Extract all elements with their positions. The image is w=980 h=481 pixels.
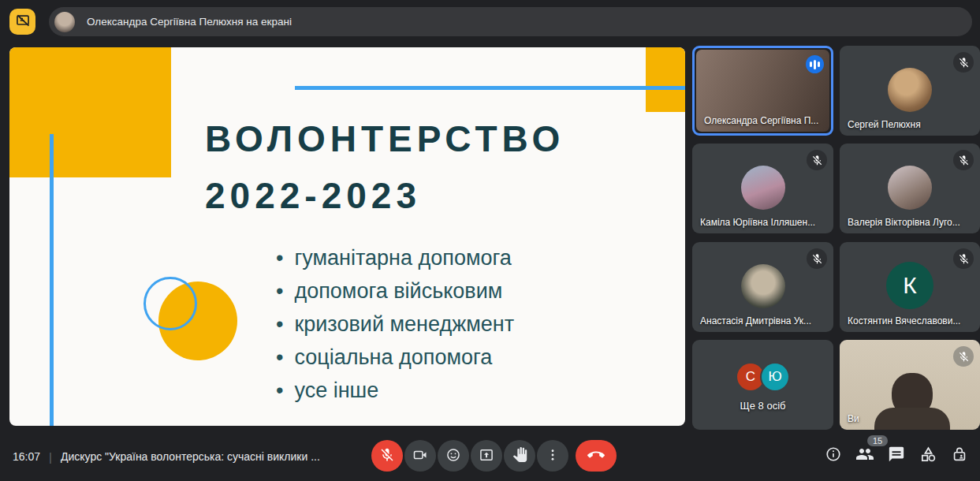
lock-person-icon — [951, 446, 968, 466]
chat-icon — [888, 446, 905, 466]
slide-decor-blue-hline — [295, 86, 685, 90]
overflow-count-label: Ще 8 осіб — [692, 400, 833, 412]
camera-icon — [412, 447, 428, 465]
participant-name: Каміла Юріївна Ілляшен... — [700, 217, 815, 228]
host-controls-button[interactable] — [950, 446, 969, 465]
activities-button[interactable] — [919, 446, 937, 465]
end-call-button[interactable] — [576, 440, 617, 472]
slide-decor-yellow-rect — [9, 47, 171, 177]
mic-off-icon — [379, 447, 395, 465]
mic-off-icon — [953, 248, 974, 269]
meeting-panels — [824, 446, 969, 465]
meeting-title: Дискурс "Україна волонтерська: сучасні в… — [61, 450, 320, 463]
clock-time: 16:07 — [13, 450, 40, 463]
mic-off-icon — [953, 346, 974, 367]
overflow-avatars: С Ю — [692, 364, 833, 390]
presenting-banner-text: Олександра Сергіївна Пелюхня на екрані — [87, 16, 292, 28]
raise-hand-icon — [512, 447, 527, 464]
participant-tile-speaking[interactable]: Олександра Сергіївна П... — [692, 46, 833, 136]
slide-bullet: кризовий менеджмент — [276, 308, 514, 341]
smiley-icon — [445, 447, 461, 465]
presentation-off-icon — [15, 13, 31, 32]
participant-name: Ви — [848, 413, 859, 424]
participant-avatar — [888, 166, 932, 210]
show-participants-button[interactable] — [855, 446, 874, 465]
more-options-button[interactable] — [537, 440, 568, 472]
mic-off-icon — [953, 52, 974, 73]
slide-bullet: усе інше — [276, 374, 514, 407]
participant-avatar — [741, 166, 785, 210]
reactions-button[interactable] — [438, 440, 469, 472]
participant-video: Олександра Сергіївна П... — [696, 50, 829, 132]
call-end-icon — [587, 446, 605, 466]
participant-name: Сергей Пелюхня — [848, 119, 921, 130]
people-icon — [855, 445, 874, 467]
camera-toggle-button[interactable] — [404, 440, 436, 472]
participant-name: Анастасія Дмитрівна Ук... — [700, 315, 811, 326]
overflow-initial-avatar: С — [737, 364, 764, 390]
slide-bullet-list: гуманітарна допомога допомога військовим… — [276, 241, 514, 407]
slide-decor-blue-vline — [50, 134, 54, 426]
slide-title-line2: 2022-2023 — [205, 167, 565, 224]
participant-avatar — [741, 264, 785, 308]
present-screen-button[interactable] — [471, 440, 502, 472]
more-vert-icon — [546, 448, 560, 464]
participant-tile[interactable]: Анастасія Дмитрівна Ук... — [692, 242, 833, 332]
meeting-details-button[interactable] — [824, 446, 843, 465]
participant-initial-avatar: К — [886, 262, 933, 309]
slide-decor-blue-ring — [143, 277, 197, 330]
slide-title-line1: ВОЛОНТЕРСТВО — [205, 110, 565, 167]
shared-screen-slide: ВОЛОНТЕРСТВО 2022-2023 гуманітарна допом… — [9, 47, 685, 426]
activities-shapes-icon — [919, 446, 937, 467]
slide-bullet: гуманітарна допомога — [276, 241, 514, 274]
participant-name: Костянтин Вячеславови... — [848, 315, 960, 326]
self-view-tile[interactable]: Ви — [840, 340, 980, 430]
presenter-avatar — [54, 12, 75, 32]
slide-decor-yellow-square — [646, 47, 685, 112]
participant-avatar — [888, 68, 932, 112]
presenting-banner: Олександра Сергіївна Пелюхня на екрані — [49, 7, 972, 36]
chat-button[interactable] — [887, 446, 906, 465]
stop-presenting-button[interactable] — [9, 9, 35, 35]
participant-name: Олександра Сергіївна П... — [704, 115, 818, 126]
present-screen-icon — [479, 447, 494, 465]
info-icon — [825, 446, 842, 466]
mic-toggle-button[interactable] — [371, 440, 403, 472]
participant-tile[interactable]: К Костянтин Вячеславови... — [840, 242, 980, 332]
slide-bullet: допомога військовим — [276, 274, 514, 308]
mic-off-icon — [953, 150, 974, 170]
overflow-initial-avatar: Ю — [762, 364, 788, 390]
meeting-info: 16:07 | Дискурс "Україна волонтерська: с… — [13, 449, 320, 464]
call-controls — [371, 440, 617, 472]
mic-off-icon — [807, 248, 827, 269]
slide-bullet: соціальна допомога — [276, 341, 514, 374]
overflow-participants-tile[interactable]: С Ю Ще 8 осіб — [692, 340, 833, 430]
mic-off-icon — [807, 150, 827, 170]
participant-name: Валерія Вікторівна Луго... — [848, 217, 960, 228]
slide-title: ВОЛОНТЕРСТВО 2022-2023 — [205, 110, 565, 224]
participant-tile[interactable]: Валерія Вікторівна Луго... — [840, 144, 980, 233]
divider: | — [49, 450, 52, 464]
participant-count-badge: 15 — [867, 435, 888, 446]
raise-hand-button[interactable] — [504, 440, 535, 472]
audio-level-icon — [806, 55, 824, 73]
participant-tile[interactable]: Каміла Юріївна Ілляшен... — [692, 144, 833, 233]
participant-tile[interactable]: Сергей Пелюхня — [840, 46, 980, 136]
